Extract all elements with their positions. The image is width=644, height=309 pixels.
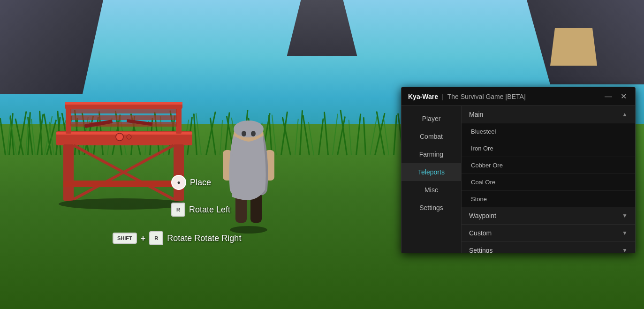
accordion-waypoint-chevron: ▼	[622, 212, 628, 219]
svg-rect-76	[349, 120, 352, 155]
item-iron-ore[interactable]: Iron Ore	[462, 140, 635, 157]
rotate-left-key: R	[171, 203, 185, 217]
item-cobber-ore[interactable]: Cobber Ore	[462, 157, 635, 174]
svg-rect-44	[324, 112, 329, 155]
svg-rect-46	[340, 109, 348, 155]
item-bluesteel[interactable]: Bluesteel	[462, 123, 635, 140]
game-background: ● Place R Rotate Left SHIFT + R Rotate R…	[0, 0, 644, 309]
svg-rect-41	[299, 110, 303, 155]
accordion-custom-header[interactable]: Custom ▼	[462, 225, 635, 242]
ui-panel: Kya-Ware | The Survival Game [BETA] — ✕ …	[401, 87, 636, 253]
rock-sand	[550, 28, 597, 66]
sidebar-item-player[interactable]: Player	[402, 110, 461, 128]
svg-point-93	[116, 133, 123, 141]
sidebar-item-misc[interactable]: Misc	[402, 181, 461, 199]
svg-rect-51	[393, 115, 397, 155]
accordion-settings-header[interactable]: Settings ▼	[462, 242, 635, 253]
svg-rect-87	[65, 102, 182, 105]
minimize-button[interactable]: —	[603, 93, 614, 100]
game-title: The Survival Game [BETA]	[447, 93, 526, 100]
svg-rect-82	[63, 144, 74, 201]
svg-point-98	[59, 198, 185, 210]
place-hint: ● Place	[171, 175, 211, 190]
rotate-right-hint: SHIFT + R Rotate Rotate Right	[113, 231, 241, 245]
close-button[interactable]: ✕	[619, 93, 629, 100]
panel-title: Kya-Ware | The Survival Game [BETA]	[408, 93, 526, 100]
accordion-waypoint-header[interactable]: Waypoint ▼	[462, 207, 635, 225]
rotate-left-hint: R Rotate Left	[171, 203, 230, 217]
svg-rect-83	[174, 144, 184, 201]
accordion-waypoint-title: Waypoint	[469, 212, 496, 219]
rotate-right-key: R	[149, 231, 163, 245]
svg-rect-88	[70, 109, 177, 113]
sidebar-item-settings[interactable]: Settings	[402, 199, 461, 217]
item-coal-ore[interactable]: Coal Ore	[462, 174, 635, 191]
svg-point-94	[127, 135, 131, 139]
rotate-right-label: Rotate Rotate Right	[167, 234, 241, 243]
accordion-main-header[interactable]: Main ▲	[462, 106, 635, 123]
panel-content: Main ▲ Bluesteel Iron Ore Cobber Ore Coa…	[462, 106, 635, 253]
accordion-custom-title: Custom	[469, 229, 492, 237]
svg-rect-75	[332, 113, 338, 155]
accordion-main-title: Main	[469, 111, 483, 118]
accordion-settings-title: Settings	[469, 247, 493, 253]
accordion-main-body: Bluesteel Iron Ore Cobber Ore Coal Ore S…	[462, 123, 635, 207]
svg-rect-47	[356, 113, 361, 155]
svg-rect-42	[302, 115, 310, 155]
svg-point-109	[251, 131, 256, 136]
svg-rect-43	[318, 118, 324, 155]
brand-name: Kya-Ware	[408, 93, 438, 100]
place-key: ●	[171, 175, 186, 190]
svg-rect-39	[280, 111, 288, 155]
place-label: Place	[190, 178, 211, 188]
plus-sign: +	[141, 234, 146, 243]
rotate-right-shift-key: SHIFT	[113, 233, 137, 244]
svg-rect-48	[363, 117, 366, 155]
svg-point-107	[234, 121, 264, 137]
accordion-main-chevron: ▲	[622, 111, 628, 118]
sidebar-item-teleports[interactable]: Teleports	[402, 163, 461, 181]
panel-header: Kya-Ware | The Survival Game [BETA] — ✕	[402, 87, 635, 106]
svg-rect-81	[56, 132, 192, 135]
item-stone[interactable]: Stone	[462, 191, 635, 207]
rotate-left-label: Rotate Left	[189, 205, 230, 215]
svg-rect-0	[0, 118, 6, 155]
accordion-settings-chevron: ▼	[622, 247, 628, 253]
svg-rect-91	[84, 120, 113, 128]
sidebar-item-farming[interactable]: Farming	[402, 145, 461, 163]
panel-sidebar: Player Combat Farming Teleports Misc Set…	[402, 106, 462, 253]
sidebar-item-combat[interactable]: Combat	[402, 128, 461, 145]
accordion-custom-chevron: ▼	[622, 230, 628, 236]
svg-point-108	[242, 131, 246, 136]
svg-rect-73	[295, 119, 299, 155]
panel-controls: — ✕	[603, 93, 629, 100]
panel-body: Player Combat Farming Teleports Misc Set…	[402, 106, 635, 253]
svg-rect-89	[70, 115, 177, 120]
title-separator: |	[442, 93, 444, 100]
svg-rect-97	[63, 181, 184, 187]
